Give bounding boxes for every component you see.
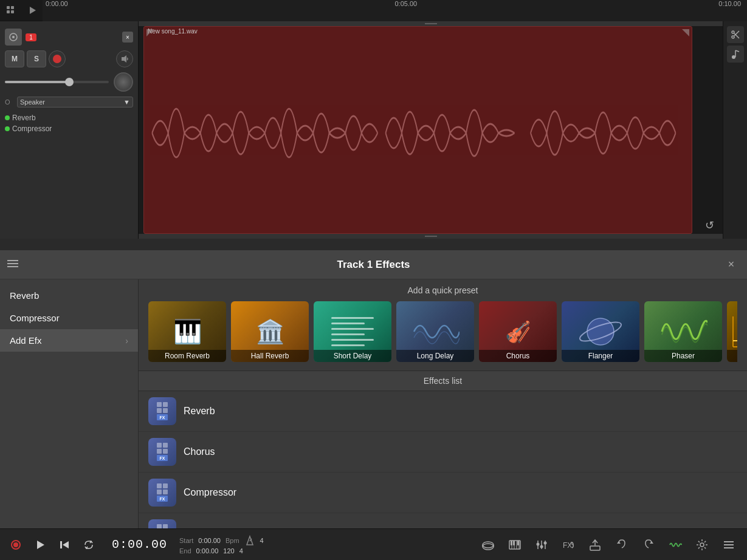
undo-icon[interactable] <box>611 534 633 556</box>
effects-list-header: Effects list <box>139 370 747 391</box>
solo-button[interactable]: S <box>27 50 46 67</box>
preset-card-hall-reverb[interactable]: 🏛️ Hall Reverb <box>231 301 309 362</box>
sidebar-compressor-label: Compressor <box>10 313 60 323</box>
effects-list-item-compressor[interactable]: FX Compressor <box>139 473 747 513</box>
scissors-icon[interactable] <box>727 26 744 43</box>
preset-card-phaser[interactable]: Phaser <box>644 301 722 362</box>
preset-card-short-delay[interactable]: Short Delay <box>314 301 391 362</box>
sidebar-item-compressor[interactable]: Compressor <box>0 307 138 329</box>
preset-cards-container[interactable]: 🎹 Room Reverb 🏛️ Hall Reverb <box>148 301 737 364</box>
effects-list-item-reverb[interactable]: FX Reverb <box>139 391 747 432</box>
effect-dot-compressor <box>5 126 10 131</box>
time-marker-2: 0:10.00 <box>718 0 741 7</box>
track-effect-reverb[interactable]: Reverb <box>5 112 133 123</box>
export-icon[interactable] <box>584 534 606 556</box>
note-icon[interactable] <box>727 46 744 63</box>
metronome-icon <box>244 535 255 546</box>
track-number-badge: 1 <box>26 33 36 41</box>
track-header: 1 × <box>0 26 138 48</box>
time-sig-bottom: 4 <box>239 547 243 555</box>
svg-marker-28 <box>63 541 69 548</box>
volume-fill <box>5 81 67 83</box>
waveform-icon[interactable] <box>664 534 686 556</box>
start-label: Start <box>179 537 193 544</box>
end-value: 0:00.00 <box>196 547 219 555</box>
effects-list-item-chorus[interactable]: FX Chorus <box>139 432 747 473</box>
track-waveform-area: New song_11.wav ↺ <box>139 21 723 239</box>
svg-marker-4 <box>30 7 36 14</box>
sidebar-reverb-label: Reverb <box>10 290 39 301</box>
menu-icon[interactable] <box>718 534 740 556</box>
sidebar-item-reverb[interactable]: Reverb <box>0 284 138 307</box>
svg-point-47 <box>540 545 543 548</box>
svg-line-13 <box>734 31 739 36</box>
comp-icon <box>730 310 737 353</box>
svg-point-6 <box>12 36 15 38</box>
effects-panel-header: Track 1 Effects × <box>0 250 747 279</box>
fx-name-chorus: Chorus <box>184 446 215 457</box>
effect-name-reverb: Reverb <box>12 114 36 122</box>
track-resize-handle-top[interactable] <box>139 21 723 26</box>
rewind-button[interactable] <box>53 534 75 556</box>
mixer-icon[interactable] <box>531 534 553 556</box>
mute-button[interactable]: M <box>5 50 24 67</box>
play-icon[interactable] <box>21 0 43 21</box>
dropdown-arrow-icon: ▼ <box>123 98 130 106</box>
waveform-visualization <box>144 36 692 230</box>
svg-rect-2 <box>7 10 10 13</box>
fx-icon[interactable]: FX <box>557 534 579 556</box>
track-close-button[interactable]: × <box>122 32 133 43</box>
redo-icon[interactable] <box>638 534 659 556</box>
time-sig-top: 4 <box>260 537 264 544</box>
svg-marker-52 <box>650 541 653 544</box>
chevron-right-icon: › <box>125 336 128 346</box>
piano-keys-icon[interactable] <box>504 534 526 556</box>
main-area: 1 × M S <box>0 21 747 239</box>
record-transport-button[interactable] <box>5 534 27 556</box>
effects-panel: Track 1 Effects × Reverb Compressor Add … <box>0 250 747 560</box>
sidebar-item-add-efx[interactable]: Add Efx › <box>0 329 138 352</box>
time-marker-0: 0:00.00 <box>46 0 68 7</box>
volume-slider[interactable] <box>5 81 109 83</box>
svg-point-14 <box>732 55 735 59</box>
effects-panel-close-button[interactable]: × <box>723 256 740 273</box>
bpm-label: Bpm <box>225 537 239 544</box>
svg-marker-7 <box>122 55 126 63</box>
track-effect-compressor[interactable]: Compressor <box>5 123 133 134</box>
pan-knob[interactable] <box>114 72 133 92</box>
svg-rect-0 <box>7 6 10 9</box>
preset-label-phaser: Phaser <box>644 350 722 362</box>
svg-rect-40 <box>511 541 512 545</box>
svg-rect-27 <box>60 541 62 548</box>
settings-icon[interactable] <box>691 534 713 556</box>
list-icon[interactable] <box>7 259 18 270</box>
track-resize-handle-bottom[interactable] <box>139 234 723 239</box>
preset-card-flanger[interactable]: Flanger <box>562 301 639 362</box>
hall-icon: 🏛️ <box>256 318 284 345</box>
output-select[interactable]: Speaker ▼ <box>17 97 133 108</box>
svg-point-11 <box>732 36 734 38</box>
svg-point-46 <box>537 542 540 545</box>
fx-name-compressor: Compressor <box>184 487 236 498</box>
play-transport-button[interactable] <box>29 534 51 556</box>
preset-card-long-delay[interactable]: Long Delay <box>396 301 474 362</box>
preset-label-hall-reverb: Hall Reverb <box>231 350 309 362</box>
svg-marker-26 <box>37 541 44 549</box>
fx-icon-reverb: FX <box>148 397 176 425</box>
preset-card-chorus[interactable]: 🎻 Chorus <box>479 301 557 362</box>
end-label: End <box>179 547 191 555</box>
preset-card-room-reverb[interactable]: 🎹 Room Reverb <box>148 301 226 362</box>
loop-button[interactable] <box>78 534 100 556</box>
grid-icon[interactable] <box>0 0 21 21</box>
record-button[interactable] <box>49 50 66 67</box>
waveform-clip[interactable]: New song_11.wav <box>143 26 692 234</box>
top-bar: 0:00.00 0:05.00 0:10.00 <box>0 0 747 21</box>
monitor-button[interactable] <box>116 50 133 67</box>
preset-card-comp[interactable]: Com <box>727 301 737 362</box>
drum-icon[interactable] <box>477 534 499 556</box>
effect-name-compressor: Compressor <box>12 125 52 133</box>
transport-right-buttons: FX <box>470 534 747 556</box>
undo-button[interactable]: ↺ <box>701 217 718 234</box>
quick-preset-section: Add a quick preset 🎹 Room Reverb 🏛️ <box>139 279 747 370</box>
volume-thumb[interactable] <box>65 78 74 86</box>
